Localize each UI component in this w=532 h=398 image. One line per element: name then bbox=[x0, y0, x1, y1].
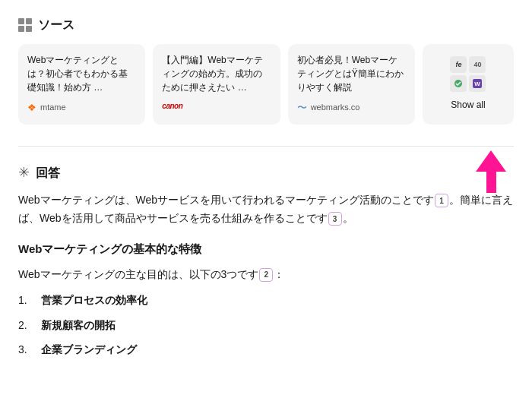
answer-title: 回答 bbox=[36, 163, 60, 183]
list-number-3: 3. bbox=[18, 341, 33, 358]
answer-body-text-1: Webマーケティングは、Webサービスを用いて行われるマーケティング活動のことで… bbox=[18, 194, 434, 206]
arrow-annotation bbox=[476, 150, 506, 193]
citation-badge-3[interactable]: 2 bbox=[259, 268, 273, 282]
show-all-label: Show all bbox=[451, 98, 485, 112]
citation-badge-2[interactable]: 3 bbox=[328, 212, 342, 226]
list-number-2: 2. bbox=[18, 317, 33, 333]
source-card-2-footer: canon bbox=[162, 100, 271, 112]
webmarks-logo-icon: 〜 bbox=[297, 100, 307, 116]
source-card-2-text: 【入門編】Webマーケティングの始め方。成功のために押さえたい … bbox=[162, 53, 271, 94]
list-item-3: 3. 企業ブランディング bbox=[18, 341, 514, 358]
sources-section-header: ソース bbox=[18, 15, 514, 35]
answer-section-header: ✳ 回答 bbox=[18, 162, 514, 184]
svg-text:W: W bbox=[475, 81, 481, 87]
answer-list: 1. 営業プロセスの効率化 2. 新規顧客の開拓 3. 企業ブランディング bbox=[18, 292, 514, 358]
answer-body: Webマーケティングは、Webサービスを用いて行われるマーケティング活動のことで… bbox=[18, 191, 514, 228]
answer-icon: ✳ bbox=[18, 162, 30, 184]
source-card-1-footer: ❖ mtame bbox=[27, 100, 136, 116]
list-item-3-text: 企業ブランディング bbox=[41, 341, 137, 358]
list-item-1-text: 営業プロセスの効率化 bbox=[41, 292, 147, 308]
source-card-1-text: Webマーケティングとは？初心者でもわかる基礎知識！始め方 … bbox=[27, 53, 136, 94]
source-card-3[interactable]: 初心者必見！WebマーケティングとはŸ簡単にわかりやすく解説 〜 webmark… bbox=[288, 44, 415, 125]
canon-logo-icon: canon bbox=[162, 100, 182, 112]
list-item-1: 1. 営業プロセスの効率化 bbox=[18, 292, 514, 308]
sources-grid: Webマーケティングとは？初心者でもわかる基礎知識！始め方 … ❖ mtame … bbox=[18, 44, 514, 125]
show-all-card[interactable]: fe 40 W Show all bbox=[423, 44, 514, 125]
list-number-1: 1. bbox=[18, 292, 33, 308]
list-item-2-text: 新規顧客の開拓 bbox=[41, 317, 116, 333]
answer-intro-text: Webマーケティングの主な目的は、以下の3つです bbox=[18, 268, 258, 280]
answer-section: ✳ 回答 Webマーケティングは、Webサービスを用いて行われるマーケティング活… bbox=[18, 162, 514, 358]
arrow-stem bbox=[486, 172, 496, 193]
source-card-3-text: 初心者必見！WebマーケティングとはŸ簡単にわかりやすく解説 bbox=[297, 53, 406, 94]
sources-title: ソース bbox=[38, 15, 74, 35]
show-all-icon-2: 40 bbox=[469, 56, 486, 73]
source-card-1-name: mtame bbox=[40, 101, 66, 115]
show-all-icon-1: fe bbox=[450, 56, 467, 73]
mtame-logo-icon: ❖ bbox=[27, 100, 36, 116]
show-all-icon-3 bbox=[450, 75, 467, 92]
show-all-icon-4: W bbox=[469, 75, 486, 92]
source-card-2[interactable]: 【入門編】Webマーケティングの始め方。成功のために押さえたい … canon bbox=[153, 44, 280, 125]
sources-icon bbox=[18, 18, 32, 32]
source-card-3-footer: 〜 webmarks.co bbox=[297, 100, 406, 116]
answer-intro: Webマーケティングの主な目的は、以下の3つです2： bbox=[18, 266, 514, 283]
section-divider bbox=[18, 146, 514, 147]
source-card-1[interactable]: Webマーケティングとは？初心者でもわかる基礎知識！始め方 … ❖ mtame bbox=[18, 44, 145, 125]
arrow-head bbox=[476, 150, 506, 172]
list-item-2: 2. 新規顧客の開拓 bbox=[18, 317, 514, 333]
citation-badge-1[interactable]: 1 bbox=[435, 194, 448, 207]
answer-subtitle: Webマーケティングの基本的な特徴 bbox=[18, 240, 514, 258]
answer-intro-suffix: ： bbox=[274, 268, 284, 280]
source-card-3-name: webmarks.co bbox=[311, 101, 360, 115]
show-all-icons-grid: fe 40 W bbox=[445, 56, 491, 92]
